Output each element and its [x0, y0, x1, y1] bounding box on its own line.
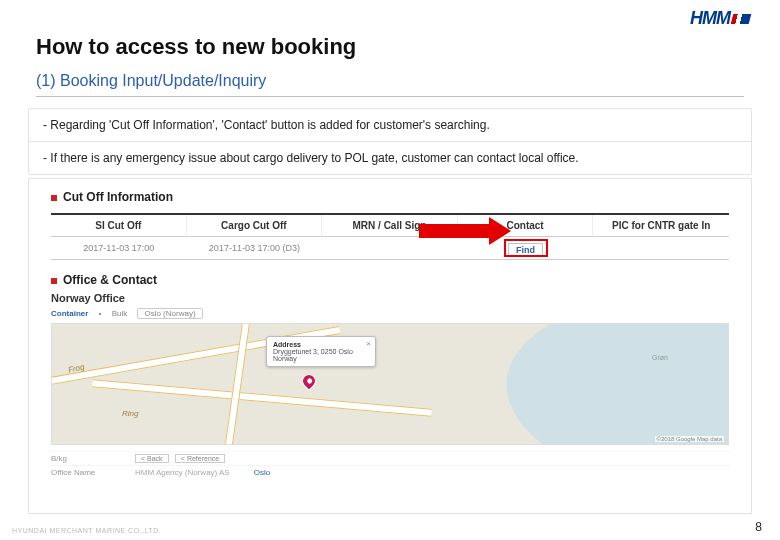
- office-tabs: Container • Bulk Oslo (Norway): [29, 308, 751, 323]
- col-cargo-cutoff-value: 2017-11-03 17:00 (D3): [187, 237, 323, 259]
- faint-row2-label: Office Name: [51, 468, 111, 477]
- map-attribution: ©2018 Google Map data: [655, 436, 724, 442]
- page-title: How to access to new booking: [36, 34, 356, 60]
- title-underline: [36, 96, 744, 97]
- callout-title: Address: [273, 341, 369, 348]
- footer-company: HYUNDAI MERCHANT MARINE CO.,LTD.: [12, 527, 161, 534]
- office-selector[interactable]: Oslo (Norway): [137, 308, 202, 319]
- col-cargo-cutoff-header: Cargo Cut Off: [187, 215, 323, 237]
- office-section-title: Office & Contact: [51, 273, 157, 287]
- map-road-label-2: Ring: [122, 409, 138, 418]
- hmm-logo: HMM: [690, 8, 750, 29]
- col-si-cutoff-value: 2017-11-03 17:00: [51, 237, 187, 259]
- faint-row2-value: HMM Agency (Norway) AS: [135, 468, 230, 477]
- col-pic-header: PIC for CNTR gate In: [593, 215, 729, 237]
- tab-container[interactable]: Container: [51, 309, 88, 318]
- col-si-cutoff-header: SI Cut Off: [51, 215, 187, 237]
- cutoff-section-title: Cut Off Information: [51, 190, 173, 204]
- faint-row1-label: B/kg: [51, 454, 111, 463]
- tab-bulk[interactable]: Bulk: [112, 309, 128, 318]
- map[interactable]: Frog Ring Grøn × Address Dryggetunet 3, …: [51, 323, 729, 445]
- cutoff-table: SI Cut Off 2017-11-03 17:00 Cargo Cut Of…: [51, 213, 729, 260]
- screenshot-panel: Cut Off Information SI Cut Off 2017-11-0…: [28, 178, 752, 514]
- page-subtitle: (1) Booking Input/Update/Inquiry: [36, 72, 266, 90]
- map-road-3: [221, 323, 251, 445]
- map-callout: × Address Dryggetunet 3, 0250 Oslo Norwa…: [266, 336, 376, 367]
- col-pic-value: [593, 237, 729, 259]
- oslo-link[interactable]: Oslo: [254, 468, 270, 477]
- close-icon[interactable]: ×: [366, 339, 371, 348]
- note-1: - Regarding 'Cut Off Information', 'Cont…: [29, 109, 751, 142]
- page-number: 8: [755, 520, 762, 534]
- cutoff-section: Cut Off Information: [29, 179, 751, 209]
- notes-box: - Regarding 'Cut Off Information', 'Cont…: [28, 108, 752, 175]
- callout-line2: Norway: [273, 355, 297, 362]
- note-2: - If there is any emergency issue about …: [29, 142, 751, 174]
- map-marker-icon[interactable]: [299, 371, 319, 391]
- map-area-label: Grøn: [652, 354, 668, 361]
- reference-button[interactable]: < Reference: [175, 454, 225, 463]
- red-arrow: [419, 217, 519, 245]
- map-road-2: [92, 379, 431, 417]
- back-button[interactable]: < Back: [135, 454, 169, 463]
- office-name: Norway Office: [29, 290, 751, 308]
- callout-line1: Dryggetunet 3, 0250 Oslo: [273, 348, 353, 355]
- map-water: [497, 323, 729, 445]
- faint-details: B/kg < Back < Reference Office Name HMM …: [51, 451, 729, 479]
- office-section: Office & Contact: [29, 260, 751, 290]
